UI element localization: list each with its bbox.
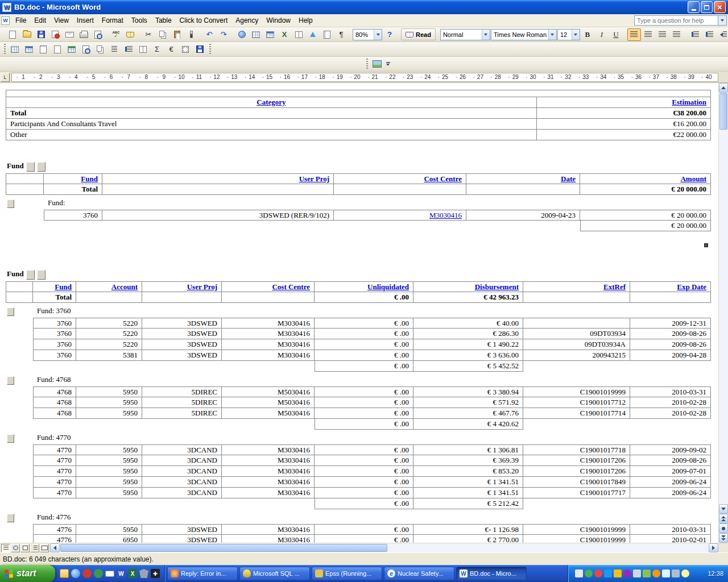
toolbar-drag-handle[interactable] bbox=[3, 44, 6, 55]
tray-clock[interactable]: 12:38 bbox=[708, 570, 723, 577]
custom-form-field-icon[interactable] bbox=[51, 43, 64, 56]
document-page[interactable]: CategoryEstimationTotal€38 200.00Partici… bbox=[0, 83, 718, 543]
vertical-scroll-track[interactable] bbox=[719, 130, 728, 504]
menu-table[interactable]: Table bbox=[151, 15, 176, 26]
font-size-combo[interactable]: 12 bbox=[557, 29, 580, 40]
close-button[interactable]: × bbox=[714, 1, 726, 13]
permission-icon[interactable] bbox=[48, 28, 62, 41]
insert-excel-icon[interactable]: X bbox=[278, 28, 291, 41]
autosum-icon[interactable]: Σ bbox=[150, 43, 164, 56]
f2-header-exp-date[interactable]: Exp Date bbox=[630, 281, 711, 292]
tray-alert-icon[interactable] bbox=[594, 569, 602, 577]
decrease-indent-button[interactable] bbox=[717, 28, 728, 41]
previous-page-button[interactable] bbox=[719, 514, 728, 523]
cut-icon[interactable]: ✂ bbox=[142, 28, 155, 41]
read-button[interactable]: Read bbox=[401, 28, 436, 40]
custom-worksheet-icon[interactable] bbox=[65, 43, 78, 56]
tray-usb-icon[interactable] bbox=[662, 569, 670, 577]
view-reading-button[interactable] bbox=[40, 544, 49, 552]
tray-sync-icon[interactable] bbox=[643, 569, 651, 577]
align-center-button[interactable] bbox=[642, 28, 655, 41]
form-field-box[interactable] bbox=[7, 434, 14, 443]
columns-icon[interactable] bbox=[292, 28, 305, 41]
menu-help[interactable]: Help bbox=[295, 15, 317, 26]
menu-format[interactable]: Format bbox=[98, 15, 127, 26]
restore-button[interactable] bbox=[701, 1, 713, 13]
taskbar-task-epss-running[interactable]: Epss (Running... bbox=[312, 567, 382, 580]
paste-icon[interactable] bbox=[170, 28, 184, 41]
horizontal-scroll-thumb[interactable] bbox=[60, 544, 387, 552]
quicklaunch-messenger-icon[interactable] bbox=[94, 569, 103, 578]
style-combo[interactable]: Normal bbox=[440, 29, 490, 40]
menu-file[interactable]: File bbox=[11, 15, 30, 26]
custom-list-icon[interactable] bbox=[122, 43, 135, 56]
menu-view[interactable]: View bbox=[50, 15, 73, 26]
tray-network-icon[interactable] bbox=[604, 569, 612, 577]
print-preview-icon[interactable] bbox=[91, 28, 105, 41]
help-question-dropdown[interactable] bbox=[718, 15, 727, 26]
f1-header-amount[interactable]: Amount bbox=[580, 173, 711, 184]
scroll-up-button[interactable] bbox=[719, 83, 728, 93]
tray-battery-icon[interactable] bbox=[652, 569, 660, 577]
vertical-scroll-thumb[interactable] bbox=[719, 93, 727, 130]
custom-shading-icon[interactable] bbox=[22, 43, 36, 56]
form-field-box[interactable] bbox=[7, 199, 14, 208]
start-button[interactable]: start bbox=[0, 565, 55, 582]
f2-header-user-proj[interactable]: User Proj bbox=[142, 281, 222, 292]
euro-icon[interactable]: € bbox=[164, 43, 178, 56]
bold-button[interactable]: B bbox=[581, 28, 594, 41]
drawing-icon[interactable] bbox=[306, 28, 320, 41]
open-folder-icon[interactable] bbox=[20, 28, 34, 41]
f1-header-fund[interactable]: Fund bbox=[44, 173, 102, 184]
horizontal-scroll-track[interactable] bbox=[388, 543, 709, 552]
quicklaunch-folder-icon[interactable] bbox=[60, 569, 69, 578]
align-right-button[interactable] bbox=[656, 28, 669, 41]
tray-volume-icon[interactable] bbox=[633, 569, 641, 577]
table-resize-handle[interactable] bbox=[704, 243, 708, 247]
toolbar-options-chevron[interactable] bbox=[384, 58, 391, 70]
f2-header-cost-centre[interactable]: Cost Centre bbox=[222, 281, 315, 292]
toolbar-drag-handle[interactable] bbox=[366, 59, 368, 69]
quicklaunch-browser-icon[interactable] bbox=[71, 569, 80, 578]
numbering-button[interactable] bbox=[688, 28, 702, 41]
menu-edit[interactable]: Edit bbox=[30, 15, 50, 26]
help-icon[interactable]: ? bbox=[383, 28, 396, 41]
hyperlink-icon[interactable] bbox=[235, 28, 249, 41]
copy-icon[interactable] bbox=[156, 28, 169, 41]
menu-insert[interactable]: Insert bbox=[73, 15, 98, 26]
form-field-box[interactable] bbox=[7, 376, 14, 385]
view-outline-button[interactable] bbox=[30, 544, 39, 552]
insert-table-icon[interactable] bbox=[263, 28, 277, 41]
underline-button[interactable]: U bbox=[609, 28, 623, 41]
taskbar-task-nuclear-safety[interactable]: Nuclear Safety... bbox=[384, 567, 454, 580]
tray-antivirus-icon[interactable] bbox=[585, 569, 593, 577]
tab-selector-icon[interactable]: L bbox=[1, 73, 10, 82]
redo-icon[interactable]: ↷ bbox=[217, 28, 230, 41]
vertical-scrollbar[interactable] bbox=[718, 83, 728, 543]
quicklaunch-security-icon[interactable] bbox=[139, 569, 148, 578]
cost-centre-link[interactable]: M3030416 bbox=[334, 210, 466, 221]
quicklaunch-media-player-icon[interactable] bbox=[82, 569, 92, 578]
undo-icon[interactable]: ↶ bbox=[202, 28, 216, 41]
menu-click-to-convert[interactable]: Click to Convert bbox=[176, 15, 232, 26]
document-map-icon[interactable] bbox=[320, 28, 334, 41]
align-left-button[interactable] bbox=[627, 28, 641, 41]
view-normal-button[interactable] bbox=[1, 544, 10, 552]
form-field-box[interactable] bbox=[37, 270, 46, 280]
quicklaunch-mail-icon[interactable] bbox=[105, 571, 114, 577]
font-combo[interactable]: Times New Roman bbox=[491, 29, 557, 40]
save-icon[interactable] bbox=[34, 28, 48, 41]
format-painter-icon[interactable] bbox=[184, 28, 198, 41]
custom-table-icon[interactable] bbox=[8, 43, 22, 56]
custom-pages-icon[interactable] bbox=[93, 43, 107, 56]
f2-header-unliquidated[interactable]: Unliquidated bbox=[315, 281, 413, 292]
taskbar-task-reply-error-in[interactable]: Reply: Error in... bbox=[167, 567, 238, 580]
tray-security-icon[interactable] bbox=[681, 569, 689, 577]
custom-strike-list-icon[interactable] bbox=[136, 43, 150, 56]
show-hide-paragraph-icon[interactable]: ¶ bbox=[334, 28, 348, 41]
f2-header-disbursement[interactable]: Disbursement bbox=[413, 281, 523, 292]
view-web-layout-button[interactable] bbox=[11, 544, 20, 552]
custom-properties-icon[interactable] bbox=[179, 43, 192, 56]
next-page-button[interactable] bbox=[719, 533, 728, 543]
menu-agency[interactable]: Agency bbox=[231, 15, 262, 26]
